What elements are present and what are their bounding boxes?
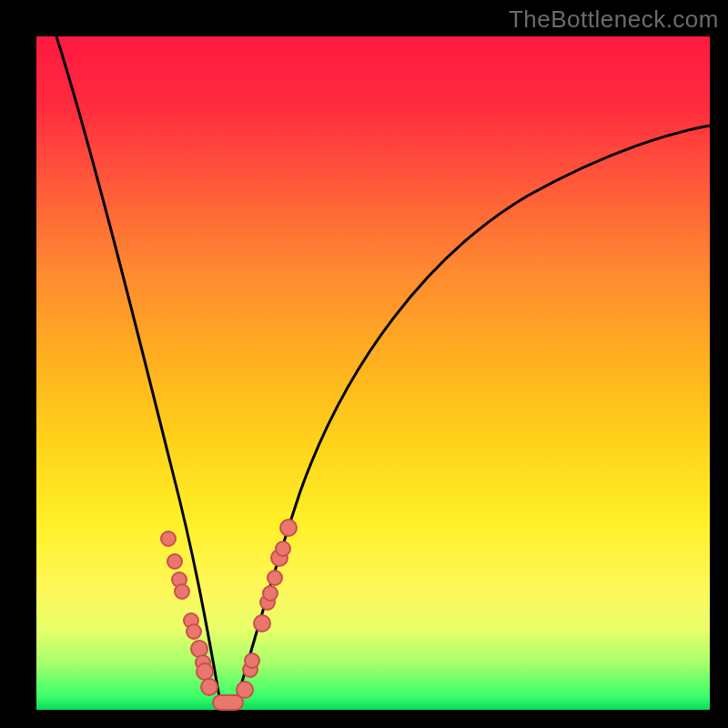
marker-dot: [268, 571, 282, 585]
marker-dot: [175, 584, 189, 599]
marker-dot: [187, 624, 201, 639]
marker-dot: [161, 531, 176, 546]
bottom-bump: [213, 695, 243, 710]
curve-layer: [36, 36, 710, 710]
marker-dot: [276, 541, 290, 556]
plot-area: [36, 36, 710, 710]
watermark-text: TheBottleneck.com: [509, 5, 719, 34]
marker-dot: [197, 663, 213, 680]
marker-dot: [167, 554, 182, 569]
curve-left-branch: [56, 36, 221, 705]
marker-dot: [263, 586, 278, 601]
chart-frame: TheBottleneck.com: [0, 0, 728, 728]
marker-dot: [254, 615, 270, 632]
marker-dot: [245, 653, 259, 668]
marker-dot: [201, 679, 217, 695]
curve-right-branch: [235, 126, 710, 705]
marker-dot: [280, 520, 297, 536]
